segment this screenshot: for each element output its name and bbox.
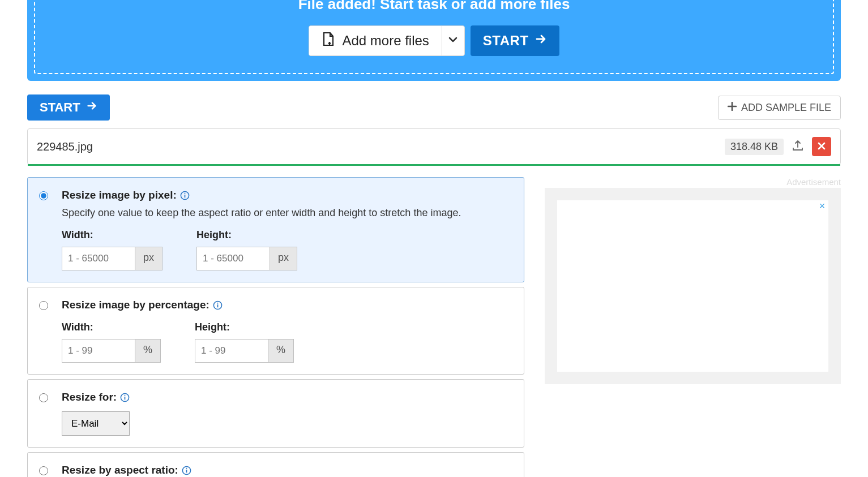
svg-point-8 bbox=[125, 394, 126, 396]
option-title: Resize by aspect ratio: bbox=[62, 464, 178, 476]
svg-rect-7 bbox=[125, 397, 126, 399]
radio-resize-for[interactable] bbox=[39, 393, 48, 402]
file-name: 229485.jpg bbox=[37, 140, 93, 153]
option-resize-aspect[interactable]: Resize by aspect ratio: bbox=[27, 452, 524, 477]
close-icon bbox=[818, 142, 826, 152]
svg-rect-1 bbox=[184, 195, 185, 197]
add-more-button[interactable]: Add more files bbox=[309, 26, 441, 55]
option-title: Resize image by pixel: bbox=[62, 189, 177, 201]
unit-percent: % bbox=[135, 340, 160, 362]
ad-container: × bbox=[545, 188, 841, 384]
ad-close-icon[interactable]: × bbox=[817, 201, 827, 212]
option-resize-pixel[interactable]: Resize image by pixel: Specify one value… bbox=[27, 177, 524, 282]
svg-rect-4 bbox=[217, 304, 218, 307]
ad-slot: × bbox=[557, 200, 828, 372]
start-label: START bbox=[40, 100, 80, 115]
arrow-right-icon bbox=[86, 100, 97, 115]
file-size: 318.48 KB bbox=[725, 139, 784, 155]
plus-icon bbox=[728, 102, 737, 114]
radio-resize-percent[interactable] bbox=[39, 301, 48, 310]
toolbar: START ADD SAMPLE FILE bbox=[27, 94, 841, 121]
svg-rect-10 bbox=[186, 470, 187, 472]
file-row: 229485.jpg 318.48 KB bbox=[27, 128, 841, 165]
width-input-pixel[interactable] bbox=[62, 247, 135, 270]
upload-icon bbox=[792, 139, 804, 154]
width-label: Width: bbox=[62, 229, 163, 241]
add-sample-label: ADD SAMPLE FILE bbox=[741, 102, 831, 114]
option-resize-percent[interactable]: Resize image by percentage: Width: % bbox=[27, 287, 524, 375]
info-icon[interactable] bbox=[213, 300, 223, 310]
resize-for-select[interactable]: E-Mail bbox=[62, 411, 130, 436]
height-input-percent[interactable] bbox=[195, 340, 268, 362]
height-input-pixel[interactable] bbox=[197, 247, 270, 270]
start-button-top[interactable]: START bbox=[471, 25, 559, 56]
file-add-icon bbox=[322, 32, 335, 50]
arrow-right-icon bbox=[535, 33, 547, 49]
chevron-down-icon bbox=[448, 35, 458, 47]
svg-point-2 bbox=[184, 192, 185, 194]
option-desc: Specify one value to keep the aspect rat… bbox=[62, 207, 512, 219]
info-icon[interactable] bbox=[182, 466, 191, 475]
option-resize-for[interactable]: Resize for: E-Mail bbox=[27, 379, 524, 448]
add-more-group: Add more files bbox=[309, 25, 464, 56]
ad-label: Advertisement bbox=[545, 177, 841, 187]
upload-title: File added! Start task or add more files bbox=[41, 0, 827, 13]
add-sample-button[interactable]: ADD SAMPLE FILE bbox=[718, 96, 841, 120]
svg-point-11 bbox=[186, 467, 187, 469]
upload-panel: File added! Start task or add more files… bbox=[27, 0, 841, 81]
radio-resize-pixel[interactable] bbox=[39, 191, 48, 200]
height-label: Height: bbox=[196, 229, 297, 241]
radio-resize-aspect[interactable] bbox=[39, 466, 48, 475]
width-label: Width: bbox=[62, 321, 161, 333]
remove-file-button[interactable] bbox=[812, 137, 831, 156]
info-icon[interactable] bbox=[120, 393, 130, 402]
add-more-label: Add more files bbox=[342, 33, 429, 49]
svg-point-5 bbox=[217, 302, 218, 303]
upload-dropzone[interactable]: File added! Start task or add more files… bbox=[34, 0, 834, 74]
add-more-dropdown[interactable] bbox=[442, 26, 464, 55]
start-button[interactable]: START bbox=[27, 94, 110, 121]
height-label: Height: bbox=[195, 321, 294, 333]
info-icon[interactable] bbox=[180, 191, 190, 200]
start-label: START bbox=[483, 33, 529, 49]
unit-percent: % bbox=[268, 340, 293, 362]
unit-px: px bbox=[270, 247, 297, 270]
width-input-percent[interactable] bbox=[62, 340, 135, 362]
option-title: Resize image by percentage: bbox=[62, 299, 209, 311]
option-title: Resize for: bbox=[62, 391, 117, 403]
unit-px: px bbox=[135, 247, 162, 270]
